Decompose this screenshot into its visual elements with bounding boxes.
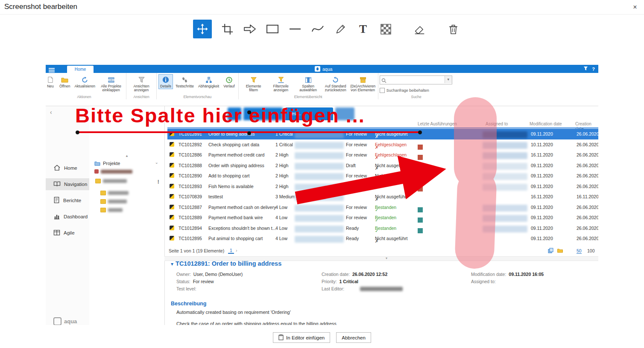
testcase-id: TC1012888	[179, 163, 202, 168]
selection-handle[interactable]	[247, 131, 251, 135]
project-tree-item[interactable]	[95, 179, 127, 183]
testcase-icon	[170, 215, 174, 220]
blurred-cell	[295, 152, 344, 159]
pixelate-tool[interactable]	[378, 22, 393, 36]
line-tool[interactable]	[288, 22, 302, 36]
table-row[interactable]: TC1012891Order to billing address1 Criti…	[167, 129, 598, 139]
text-tool[interactable]: T	[356, 22, 370, 36]
collapse-icon[interactable]: ▾	[171, 261, 173, 267]
ribbon-button-columns[interactable]: Spalten auswählen	[295, 74, 322, 93]
ribbon-group-search: ▼Suchanfrage beibehaltenSuche	[378, 73, 454, 99]
ribbon-button-filter-row[interactable]: Filterzeile anzeigen	[268, 74, 294, 93]
ribbon-button-folder-open[interactable]: Öffnen	[58, 74, 72, 89]
creation-date: 26.06.2020	[577, 173, 598, 178]
testcase-name: Exceptions shouldn't be shown t...	[208, 226, 276, 231]
move-tool[interactable]	[193, 20, 212, 38]
ribbon-button-new-page[interactable]: Neu	[46, 74, 57, 89]
annotation-text[interactable]: Bitte Spalte hier einfügen ...	[75, 104, 365, 127]
curve-tool[interactable]	[310, 22, 325, 36]
ribbon-button-filter[interactable]: Elemente filtern	[240, 74, 267, 93]
chevron-down-icon[interactable]: ⌄	[155, 160, 158, 165]
testcase-name: testtest	[208, 194, 223, 199]
testcase-name: Order with shipping address	[208, 163, 264, 168]
search-input[interactable]	[388, 76, 443, 84]
page-size-100[interactable]: 100	[587, 248, 595, 253]
sidebar-item-navigation[interactable]: Navigation	[46, 178, 89, 190]
more-options-icon[interactable]: ⋮	[156, 179, 161, 185]
tab-home[interactable]: Home	[67, 66, 94, 73]
close-icon[interactable]: ×	[630, 3, 640, 12]
table-row[interactable]: TC1012895Put animal to shopping cart4 Lo…	[167, 233, 598, 244]
folder-small-icon[interactable]	[557, 248, 563, 254]
table-row[interactable]: TC1012892Check shopping cart data1 Criti…	[167, 139, 598, 150]
crop-tool[interactable]	[220, 22, 234, 36]
rotation-handle[interactable]	[247, 110, 251, 114]
insert-in-editor-button[interactable]: In Editor einfügen	[273, 332, 330, 343]
table-header-underline	[167, 128, 598, 128]
checkbox-icon[interactable]	[380, 88, 385, 93]
description-text: Automatically created basing on requirem…	[176, 310, 291, 315]
next-page-icon[interactable]: ›	[236, 248, 237, 253]
selection-handle[interactable]	[418, 130, 422, 134]
ribbon-button-info[interactable]: Details	[158, 74, 173, 89]
testcase-id: TC1012886	[179, 152, 202, 157]
sidebar-item-home[interactable]: Home	[46, 162, 89, 174]
test-steps-icon	[181, 76, 188, 84]
column-header[interactable]: Modification date	[530, 122, 562, 126]
creation-date: 26.06.2020	[577, 205, 598, 210]
rectangle-tool[interactable]	[265, 22, 280, 36]
sidebar-item-berichte[interactable]: Berichte	[46, 194, 89, 206]
ribbon-group-label: Aktionen	[46, 95, 126, 99]
detail-field: Priority:1 Critical	[322, 279, 358, 284]
sidebar-item-agile[interactable]: Agile	[46, 227, 89, 239]
export-icon[interactable]	[548, 248, 553, 254]
prev-page-icon[interactable]: ‹	[220, 248, 222, 253]
arrow-tool[interactable]	[243, 22, 257, 36]
keep-search-checkbox[interactable]: Suchanfrage beibehalten	[380, 88, 453, 93]
ribbon-button-views[interactable]: Ansichten anzeigen	[128, 74, 155, 93]
modification-date: 09.11.2020	[531, 184, 553, 189]
table-row[interactable]: TC1012889Payment method bank wire4 LowFo…	[167, 212, 598, 223]
pen-tool[interactable]	[333, 22, 348, 36]
pin-icon[interactable]	[583, 66, 588, 72]
modification-date: 09.11.2020	[531, 131, 553, 136]
ribbon-button-reset[interactable]: Auf Standard zurücksetzen	[322, 74, 349, 93]
sidebar-item-dashboard[interactable]: Dashboard	[46, 211, 89, 223]
ribbon-button-archive[interactable]: (De)Archivieren von Elementen	[350, 74, 376, 93]
last-result: ✗Nicht ausgeführt	[375, 236, 407, 241]
testcase-id: TC1012892	[179, 142, 202, 147]
testcase-name: Payment method cash on delivery	[208, 205, 276, 210]
help-icon[interactable]: ?	[592, 67, 595, 72]
testcase-id: TC1012895	[179, 236, 202, 241]
sidebar-collapse-icon[interactable]: ‹	[50, 109, 52, 116]
ribbon-button-history[interactable]: Verlauf	[222, 74, 236, 89]
detail-field: Modification date:09.11.2020 16:05	[471, 272, 544, 277]
search-dropdown-icon[interactable]: ▼	[445, 76, 452, 83]
ribbon-button-collapse-all[interactable]: Alle Projekte einklappen	[98, 74, 124, 93]
filter-icon	[250, 76, 257, 84]
selection-handle[interactable]	[76, 130, 79, 134]
ribbon-button-dependency[interactable]: Abhängigkeit	[196, 74, 221, 89]
page-number[interactable]: 1	[228, 248, 234, 254]
scroll-up-icon[interactable]: ▲	[125, 154, 129, 158]
project-tree-item[interactable]	[100, 199, 127, 204]
testcase-id: TC1012887	[179, 205, 202, 210]
table-row[interactable]: TC1012894Exceptions shouldn't be shown t…	[167, 223, 598, 234]
eraser-tool[interactable]	[412, 22, 427, 36]
project-tree-item[interactable]	[100, 191, 129, 195]
testcase-id: TC1012893	[179, 184, 202, 189]
modification-date: 16.11.2020	[531, 152, 553, 157]
trash-tool[interactable]	[446, 22, 460, 36]
ribbon-button-refresh[interactable]: Aktualisieren	[73, 74, 97, 89]
column-header[interactable]: Letzte Ausführungen	[418, 122, 457, 126]
detail-title: ▾TC1012891: Order to billing address	[171, 260, 281, 267]
cancel-button[interactable]: Abbrechen	[336, 332, 371, 343]
ribbon-button-test-steps[interactable]: Testschritte	[174, 74, 196, 89]
paste-icon	[278, 334, 284, 341]
page-size-50[interactable]: 50	[577, 248, 582, 254]
project-tree-item[interactable]	[94, 169, 132, 174]
navigation-icon	[53, 181, 61, 188]
title-separator	[0, 14, 644, 14]
search-icon	[381, 77, 386, 85]
project-tree-item[interactable]	[100, 208, 123, 212]
